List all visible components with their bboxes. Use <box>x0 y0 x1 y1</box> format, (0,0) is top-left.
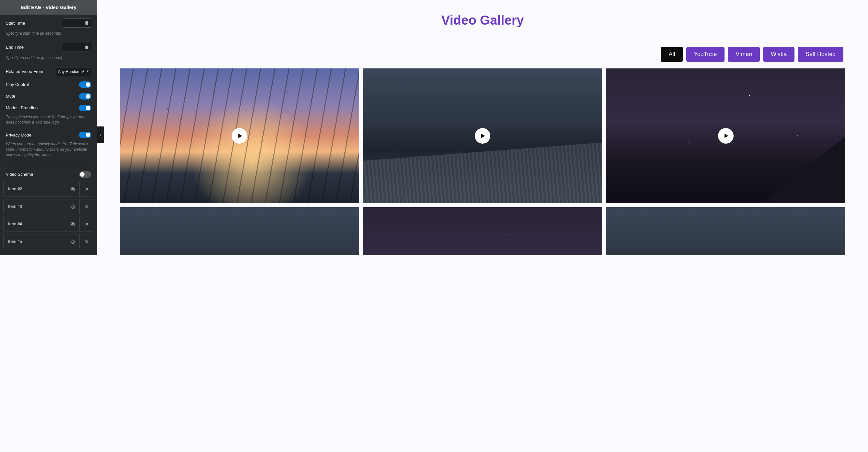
repeater-item[interactable]: Item #5 <box>3 234 94 249</box>
item-remove-button[interactable] <box>79 199 94 214</box>
end-time-dynamic-icon[interactable] <box>82 43 91 52</box>
filter-button[interactable]: Vimeo <box>728 47 760 62</box>
editor-panel: Edit EAE - Video Gallery Start Time Spec… <box>0 0 97 255</box>
video-thumbnail[interactable] <box>606 207 845 255</box>
video-grid <box>120 68 845 255</box>
close-icon <box>84 222 89 227</box>
play-control-label: Play Control <box>6 82 79 87</box>
gallery-widget[interactable]: AllYouTubeVimeoWistiaSelf Hosted <box>115 40 850 255</box>
copy-icon <box>70 187 75 192</box>
repeater-item[interactable]: Item #4 <box>3 217 94 231</box>
play-icon <box>475 128 490 144</box>
end-time-label: End Time <box>6 45 63 50</box>
filter-button[interactable]: Wistia <box>763 47 795 62</box>
privacy-mode-row: Privacy Mode <box>3 128 94 139</box>
filter-button[interactable]: All <box>661 47 683 62</box>
page-title: Video Gallery <box>115 13 850 28</box>
end-time-help: Specify an end time (in seconds) <box>3 53 94 63</box>
chevron-left-icon: ‹ <box>100 133 101 137</box>
end-time-input[interactable] <box>63 43 82 52</box>
close-icon <box>84 187 89 192</box>
close-icon <box>84 204 89 209</box>
start-time-row: Start Time <box>3 15 94 29</box>
item-remove-button[interactable] <box>79 217 94 231</box>
modest-branding-help: This option lets you use a YouTube playe… <box>3 113 94 128</box>
play-icon <box>231 128 247 144</box>
item-label[interactable]: Item #2 <box>4 187 65 191</box>
related-video-row: Related Video From Any Random Vi <box>3 63 94 78</box>
item-duplicate-button[interactable] <box>65 182 79 196</box>
start-time-help: Specify a start time (in seconds) <box>3 29 94 39</box>
related-video-select[interactable]: Any Random Vi <box>55 67 91 76</box>
database-icon <box>85 46 89 49</box>
close-icon <box>84 239 89 244</box>
mute-row: Mute <box>3 89 94 101</box>
copy-icon <box>70 239 75 244</box>
database-icon <box>85 21 89 25</box>
video-schema-row: Video Schema <box>3 167 94 179</box>
item-remove-button[interactable] <box>79 234 94 249</box>
start-time-input[interactable] <box>63 19 82 28</box>
divider <box>6 164 91 164</box>
modest-branding-row: Modest Branding <box>3 101 94 113</box>
start-time-label: Start Time <box>6 21 63 26</box>
filter-button[interactable]: Self Hosted <box>798 47 843 62</box>
end-time-row: End Time <box>3 39 94 53</box>
item-label[interactable]: Item #3 <box>4 204 65 209</box>
copy-icon <box>70 222 75 227</box>
modest-branding-label: Modest Branding <box>6 105 79 110</box>
repeater-item[interactable]: Item #3 <box>3 199 94 214</box>
play-icon <box>718 128 734 144</box>
play-control-row: Play Control <box>3 78 94 89</box>
video-thumbnail[interactable] <box>120 207 359 255</box>
panel-title: Edit EAE - Video Gallery <box>0 0 97 15</box>
preview-canvas: Video Gallery AllYouTubeVimeoWistiaSelf … <box>97 0 868 255</box>
video-thumbnail[interactable] <box>120 68 359 203</box>
item-duplicate-button[interactable] <box>65 234 79 249</box>
item-remove-button[interactable] <box>79 182 94 196</box>
mute-label: Mute <box>6 94 79 98</box>
privacy-mode-label: Privacy Mode <box>6 133 79 138</box>
video-schema-toggle[interactable] <box>79 171 91 178</box>
start-time-dynamic-icon[interactable] <box>82 19 91 28</box>
panel-body[interactable]: Start Time Specify a start time (in seco… <box>0 15 97 255</box>
related-video-label: Related Video From <box>6 69 55 74</box>
modest-branding-toggle[interactable] <box>79 105 91 111</box>
video-thumbnail[interactable] <box>363 207 602 255</box>
video-thumbnail[interactable] <box>363 68 602 203</box>
item-label[interactable]: Item #5 <box>4 239 65 244</box>
video-schema-label: Video Schema <box>6 172 79 177</box>
filter-button[interactable]: YouTube <box>686 47 725 62</box>
copy-icon <box>70 204 75 209</box>
video-thumbnail[interactable] <box>606 68 845 203</box>
panel-collapse-handle[interactable]: ‹ <box>97 126 104 143</box>
privacy-mode-help: When you turn on privacy mode, YouTube w… <box>3 139 94 160</box>
play-control-toggle[interactable] <box>79 81 91 88</box>
privacy-mode-toggle[interactable] <box>79 132 91 138</box>
repeater-item[interactable]: Item #2 <box>3 181 94 197</box>
mute-toggle[interactable] <box>79 93 91 100</box>
item-duplicate-button[interactable] <box>65 217 79 231</box>
filter-bar: AllYouTubeVimeoWistiaSelf Hosted <box>120 47 845 62</box>
item-duplicate-button[interactable] <box>65 199 79 214</box>
item-label[interactable]: Item #4 <box>4 222 65 226</box>
